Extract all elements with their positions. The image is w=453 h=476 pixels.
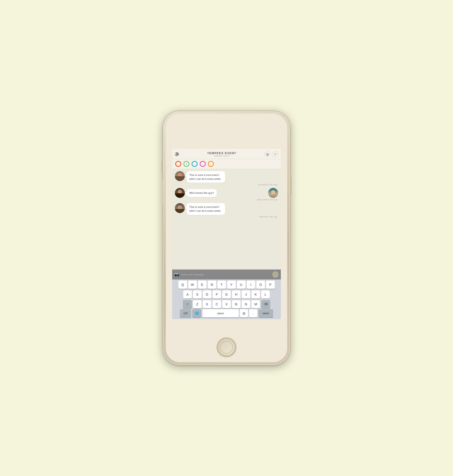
close-button[interactable]: ✕: [272, 151, 278, 157]
key-H[interactable]: H: [232, 290, 241, 298]
settings-tuner-icon[interactable]: [175, 153, 179, 156]
chat-icon-button[interactable]: ▦: [265, 151, 270, 157]
message-text-1: This is such a cool event I wish I can d…: [189, 174, 220, 180]
message-text-2: Who knows this guy?: [189, 192, 214, 194]
participant-dot-1[interactable]: [175, 161, 181, 167]
message-bubble-3: This is such a cool event I wish I can d…: [187, 203, 225, 215]
header-title-area: TEMPEES EVENT GROUP CHAT: [179, 151, 265, 157]
key-S[interactable]: S: [193, 290, 202, 298]
key-Y[interactable]: Y: [227, 281, 236, 289]
key-B[interactable]: B: [232, 300, 241, 308]
message-input[interactable]: Enter your message..: [181, 273, 270, 276]
phone-device: TEMPEES EVENT GROUP CHAT ▦ ✕: [163, 111, 290, 365]
phone-shell: TEMPEES EVENT GROUP CHAT ▦ ✕: [163, 111, 290, 365]
key-E[interactable]: E: [198, 281, 206, 289]
timestamp-1: Lisa wrote 20 min. ago: [175, 183, 278, 186]
keyboard-row-1: Q W E R T Y U I O P: [172, 280, 281, 289]
participants-row: ✓: [172, 159, 281, 169]
keyboard-bottom-row: 123 🌐 space @ . return: [172, 309, 281, 319]
participant-dot-5[interactable]: [208, 161, 214, 167]
message-row-1: This is such a cool event I wish I can d…: [175, 171, 278, 183]
key-K[interactable]: K: [251, 290, 260, 298]
keyboard: Q W E R T Y U I O P A S: [172, 280, 281, 319]
message-bubble-1: This is such a cool event I wish I can d…: [187, 171, 225, 183]
app-title: TEMPEES EVENT: [179, 151, 265, 155]
avatar-nancy: [175, 188, 185, 198]
key-globe[interactable]: 🌐: [192, 309, 201, 317]
camera-button[interactable]: 📷: [174, 272, 179, 277]
message-block-3: This is such a cool event I wish I can d…: [175, 203, 278, 218]
participant-dot-4[interactable]: [200, 161, 206, 167]
avatar-lisa: [175, 171, 185, 181]
home-button[interactable]: [217, 338, 236, 356]
message-text-3: This is such a cool event I wish I can d…: [189, 206, 220, 212]
participant-dot-3[interactable]: [192, 161, 198, 167]
key-R[interactable]: R: [208, 281, 216, 289]
participant-dot-2[interactable]: ✓: [184, 161, 189, 167]
key-I[interactable]: I: [247, 281, 255, 289]
key-A[interactable]: A: [183, 290, 192, 298]
keyboard-row-3: ⇧ Z X C V B N M ⌫: [172, 299, 281, 309]
key-backspace[interactable]: ⌫: [261, 300, 270, 308]
close-icon: ✕: [274, 152, 276, 156]
keyboard-row-2: A S D F G H J K L: [172, 289, 281, 299]
message-block-2: Who knows this guy? Nancy wrote 4 min. a…: [175, 188, 278, 201]
chat-messages: This is such a cool event I wish I can d…: [172, 169, 281, 269]
key-F[interactable]: F: [212, 290, 221, 298]
timestamp-2: Nancy wrote 4 min. ago: [175, 199, 278, 201]
message-bubble-2: Who knows this guy?: [187, 189, 217, 197]
home-button-inner: [220, 341, 233, 353]
key-period[interactable]: .: [249, 309, 257, 317]
key-J[interactable]: J: [242, 290, 250, 298]
timestamp-3: Jeff wrote 2 min. ago: [175, 216, 278, 218]
app-subtitle: GROUP CHAT: [179, 155, 265, 157]
key-W[interactable]: W: [188, 281, 197, 289]
key-L[interactable]: L: [261, 290, 270, 298]
key-G[interactable]: G: [222, 290, 231, 298]
key-P[interactable]: P: [266, 281, 275, 289]
phone-inner: TEMPEES EVENT GROUP CHAT ▦ ✕: [166, 114, 287, 362]
key-T[interactable]: T: [217, 281, 226, 289]
key-O[interactable]: O: [256, 281, 265, 289]
key-C[interactable]: C: [212, 300, 221, 308]
shared-image-content: [268, 188, 278, 198]
key-return[interactable]: return: [258, 309, 273, 317]
key-V[interactable]: V: [222, 300, 231, 308]
key-123[interactable]: 123: [180, 309, 191, 317]
key-Q[interactable]: Q: [178, 281, 187, 289]
key-D[interactable]: D: [203, 290, 211, 298]
chat-header: TEMPEES EVENT GROUP CHAT ▦ ✕: [172, 149, 281, 159]
input-placeholder: Enter your message..: [181, 273, 205, 276]
key-Z[interactable]: Z: [193, 300, 202, 308]
key-X[interactable]: X: [203, 300, 211, 308]
send-button[interactable]: ✓: [272, 271, 279, 278]
key-U[interactable]: U: [237, 281, 246, 289]
key-at[interactable]: @: [240, 309, 248, 317]
send-icon: ✓: [274, 273, 277, 276]
key-M[interactable]: M: [251, 300, 260, 308]
chat-icon: ▦: [266, 152, 269, 156]
key-space[interactable]: space: [203, 309, 239, 317]
header-actions: ▦ ✕: [265, 151, 278, 157]
key-shift[interactable]: ⇧: [183, 300, 192, 308]
message-row-3: This is such a cool event I wish I can d…: [175, 203, 278, 215]
screen: TEMPEES EVENT GROUP CHAT ▦ ✕: [172, 149, 281, 319]
message-block-1: This is such a cool event I wish I can d…: [175, 171, 278, 186]
message-row-2: Who knows this guy?: [175, 188, 278, 198]
shared-image: [268, 188, 278, 198]
avatar-jeff: [175, 203, 185, 213]
key-N[interactable]: N: [242, 300, 250, 308]
message-input-bar: 📷 Enter your message.. ✓: [172, 269, 281, 280]
